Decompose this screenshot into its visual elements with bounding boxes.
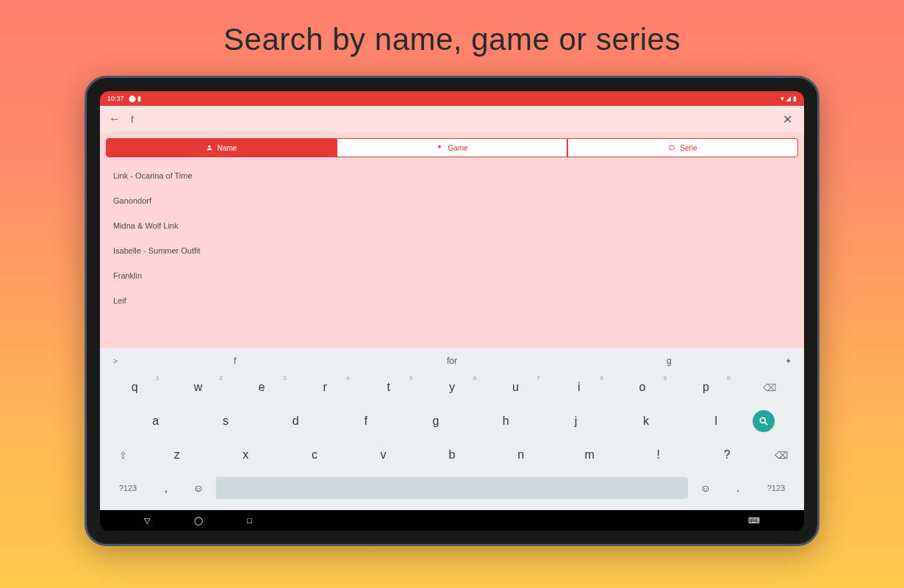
key-j[interactable]: j [542, 407, 609, 435]
key-u[interactable]: u7 [485, 373, 545, 401]
search-icon [758, 416, 769, 426]
key-n[interactable]: n [488, 441, 554, 469]
key-l[interactable]: l [683, 407, 750, 435]
key-shift[interactable]: ⇧ [104, 441, 141, 469]
status-time: 10:37 [107, 95, 124, 102]
suggestion-item[interactable]: g [561, 356, 778, 366]
status-icons-left: ⬤ ▮ [129, 95, 142, 102]
list-item[interactable]: Midna & Wolf Link [100, 213, 804, 238]
key-v[interactable]: v [351, 441, 417, 469]
key-emoji-right[interactable]: ☺ [691, 482, 720, 494]
key-search[interactable] [753, 410, 775, 432]
search-input[interactable]: f [131, 114, 772, 125]
filter-tabs: Name Game Serie [100, 132, 804, 160]
tab-label: Game [448, 144, 467, 152]
person-icon [206, 144, 213, 151]
series-icon [668, 144, 675, 151]
clear-icon[interactable]: ✕ [783, 112, 795, 126]
suggestion-row: > f for g ✦ [104, 351, 800, 370]
key-a[interactable]: a [122, 407, 189, 435]
tab-name[interactable]: Name [106, 138, 337, 157]
key-backspace[interactable]: ⌫ [739, 373, 800, 401]
on-screen-keyboard: > f for g ✦ q1 w2 e3 r4 t5 y6 u7 i8 o9 p… [100, 348, 804, 510]
key-delete[interactable]: ⌫ [763, 441, 800, 469]
key-c[interactable]: c [281, 441, 348, 469]
key-question[interactable]: ? [695, 441, 761, 469]
tablet-screen: 10:37 ⬤ ▮ ▾ ◢ ▮ ← f ✕ Name Game [100, 91, 804, 531]
search-bar: ← f ✕ [100, 106, 804, 132]
promo-title: Search by name, game or series [223, 22, 681, 57]
list-item[interactable]: Isabelle - Summer Outfit [100, 238, 804, 263]
key-y[interactable]: y6 [422, 373, 482, 401]
key-exclaim[interactable]: ! [625, 441, 692, 469]
key-q[interactable]: q1 [104, 373, 165, 401]
key-o[interactable]: o9 [612, 373, 672, 401]
android-nav-bar: ▽ ◯ □ ⌨ [100, 510, 804, 531]
status-bar: 10:37 ⬤ ▮ ▾ ◢ ▮ [100, 91, 804, 106]
key-emoji[interactable]: ☺ [184, 482, 213, 494]
key-b[interactable]: b [419, 441, 485, 469]
suggestion-more-icon[interactable]: ✦ [778, 356, 800, 366]
key-m[interactable]: m [556, 441, 623, 469]
kb-row-bottom: ?123 , ☺ ☺ . ?123 [104, 472, 800, 504]
key-p[interactable]: p0 [675, 373, 736, 401]
results-list: Link - Ocarina of Time Ganondorf Midna &… [100, 160, 804, 348]
key-k[interactable]: k [612, 407, 679, 435]
key-w[interactable]: w2 [168, 373, 228, 401]
key-f[interactable]: f [332, 407, 399, 435]
svg-line-3 [765, 423, 768, 426]
gamepad-icon [436, 144, 443, 151]
tablet-frame: 10:37 ⬤ ▮ ▾ ◢ ▮ ← f ✕ Name Game [85, 76, 819, 546]
nav-recent-icon[interactable]: □ [247, 516, 252, 526]
key-g[interactable]: g [402, 407, 469, 435]
nav-keyboard-icon[interactable]: ⌨ [748, 516, 760, 526]
tab-label: Name [218, 144, 237, 152]
status-icons-right: ▾ ◢ ▮ [781, 95, 797, 102]
key-z[interactable]: z [144, 441, 210, 469]
key-comma[interactable]: , [151, 482, 181, 494]
key-numswitch-right[interactable]: ?123 [756, 484, 797, 492]
tab-game[interactable]: Game [337, 138, 567, 157]
key-space[interactable] [216, 477, 688, 499]
suggestion-item[interactable]: for [343, 356, 560, 366]
nav-back-icon[interactable]: ▽ [144, 516, 150, 526]
nav-home-icon[interactable]: ◯ [194, 516, 203, 526]
svg-rect-1 [670, 146, 675, 150]
key-t[interactable]: t5 [358, 373, 418, 401]
key-numswitch-left[interactable]: ?123 [107, 484, 148, 492]
kb-row-1: q1 w2 e3 r4 t5 y6 u7 i8 o9 p0 ⌫ [104, 370, 800, 404]
kb-row-3: ⇧ z x c v b n m ! ? ⌫ [104, 438, 800, 472]
kb-row-2: a s d f g h j k l [104, 404, 800, 438]
list-item[interactable]: Franklin [100, 263, 804, 288]
key-s[interactable]: s [192, 407, 259, 435]
key-r[interactable]: r4 [295, 373, 355, 401]
key-d[interactable]: d [262, 407, 329, 435]
key-period[interactable]: . [723, 482, 753, 494]
suggestion-item[interactable]: f [126, 356, 343, 366]
list-item[interactable]: Leif [100, 288, 804, 313]
key-i[interactable]: i8 [549, 373, 609, 401]
list-item[interactable]: Ganondorf [100, 188, 804, 213]
key-x[interactable]: x [213, 441, 279, 469]
key-e[interactable]: e3 [232, 373, 292, 401]
list-item[interactable]: Link - Ocarina of Time [100, 163, 804, 188]
tab-serie[interactable]: Serie [567, 138, 798, 157]
svg-point-0 [208, 146, 210, 148]
key-h[interactable]: h [473, 407, 539, 435]
back-icon[interactable]: ← [109, 112, 121, 126]
svg-point-2 [760, 417, 765, 423]
suggestion-expand-icon[interactable]: > [104, 356, 126, 365]
tab-label: Serie [680, 144, 697, 152]
